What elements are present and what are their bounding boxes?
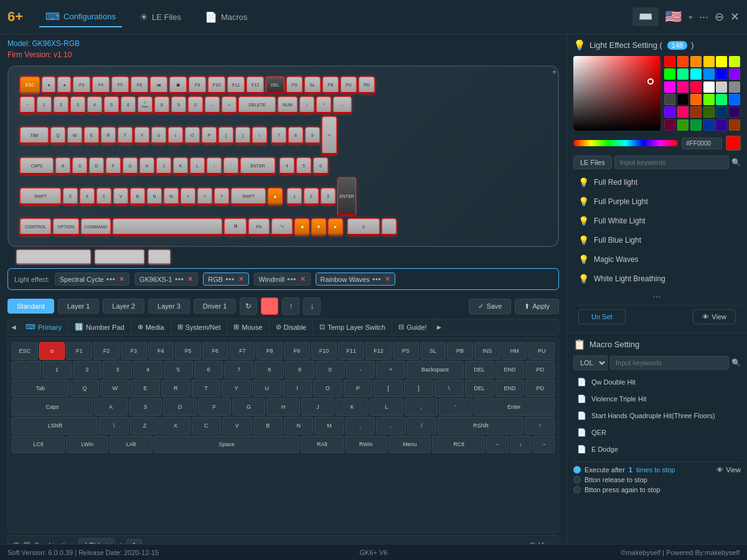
key-pd[interactable]: PD [359, 77, 375, 94]
key-r[interactable]: R [101, 127, 116, 144]
key-lshift[interactable]: SHIFT [20, 188, 61, 205]
vk-del2[interactable]: DEL [465, 380, 494, 397]
key-l[interactable]: L [190, 157, 205, 175]
color-swatch[interactable] [716, 56, 727, 67]
key-minus[interactable]: - [205, 96, 220, 114]
vk-f10[interactable]: F10 [311, 342, 337, 360]
vk-up[interactable]: ↑ [525, 417, 554, 434]
color-swatch[interactable] [729, 106, 740, 118]
vk-r[interactable]: R [161, 380, 190, 397]
color-swatch[interactable] [703, 106, 715, 118]
le-search-input[interactable] [614, 156, 729, 169]
key-s[interactable]: S [72, 157, 87, 175]
key-space[interactable] [113, 218, 222, 236]
vk-lwin[interactable]: LWin [66, 436, 108, 453]
download-button[interactable]: ↓ [303, 297, 321, 315]
vk-t[interactable]: T [192, 380, 221, 397]
vk-7[interactable]: 7 [224, 361, 253, 378]
key-k[interactable]: K [173, 157, 188, 175]
vk-f6[interactable]: F6 [202, 342, 228, 360]
add-profile-button[interactable]: + [688, 12, 693, 22]
key-num4[interactable]: 4 [280, 157, 294, 175]
vk-esc[interactable]: ESC [12, 342, 38, 360]
vk-period[interactable]: . [376, 417, 405, 434]
le-item-0[interactable]: 💡 Full Red light [573, 173, 741, 192]
macro-item-4[interactable]: 📄 E Dodge [573, 441, 741, 458]
effect-chip-rainbow[interactable]: Rainbow Waves ●●● ✕ [316, 273, 396, 286]
vk-x[interactable]: X [161, 417, 190, 434]
key-f5[interactable]: F5 [111, 77, 129, 94]
vk-a[interactable]: A [94, 398, 127, 416]
key-num7[interactable]: 7 [271, 127, 286, 144]
key-0[interactable]: 0 [188, 96, 203, 114]
key-sl[interactable]: SL [304, 77, 321, 94]
key-f12[interactable]: F12 [247, 77, 264, 94]
refresh-button[interactable]: ↻ [240, 297, 257, 315]
key-4[interactable]: 4 [87, 96, 102, 114]
vk-space[interactable]: Space [154, 436, 299, 453]
le-item-3[interactable]: 💡 Full Blue Light [573, 231, 741, 250]
color-swatch[interactable] [690, 106, 702, 118]
vk-o[interactable]: O [313, 380, 342, 397]
key-f11[interactable]: F11 [227, 77, 245, 94]
key-numminus[interactable]: - [333, 96, 352, 114]
key-6[interactable]: 6 [121, 96, 136, 114]
vk-plus[interactable]: + [376, 361, 405, 378]
vk-del[interactable]: DEL [465, 361, 494, 378]
color-swatch[interactable] [664, 94, 675, 105]
unset-button[interactable]: Un Set [578, 309, 626, 324]
color-swatch[interactable] [703, 68, 715, 80]
apply-button[interactable]: ⬆ Apply [515, 299, 559, 314]
color-indicator-button[interactable] [261, 297, 278, 315]
key-v[interactable]: V [113, 188, 128, 205]
vk-caps[interactable]: Caps [12, 398, 93, 416]
color-swatch[interactable] [716, 119, 727, 131]
color-swatch[interactable] [664, 119, 675, 131]
vk-3[interactable]: 3 [103, 361, 132, 378]
color-swatch[interactable] [716, 82, 727, 93]
key-n[interactable]: N [147, 188, 162, 205]
vk-f5[interactable]: F5 [175, 342, 201, 360]
func-guide[interactable]: ⊟ Guide! [392, 319, 433, 335]
vk-lctrl[interactable]: LCtl [12, 436, 65, 453]
extra-key-3[interactable] [148, 250, 171, 264]
key-9[interactable]: 9 [171, 96, 186, 114]
key-j[interactable]: J [156, 157, 171, 175]
key-caps[interactable]: CAPS [20, 157, 54, 175]
close-button[interactable]: ✕ [730, 10, 740, 24]
vk-minus[interactable]: - [346, 361, 375, 378]
key-f4[interactable]: F4 [92, 77, 110, 94]
color-swatch[interactable] [690, 56, 702, 67]
vk-down[interactable]: ↓ [510, 436, 532, 453]
color-swatch[interactable] [664, 68, 675, 80]
vk-end2[interactable]: END [496, 380, 525, 397]
vk-m[interactable]: M [314, 417, 344, 434]
color-swatch[interactable] [716, 106, 727, 118]
color-swatch[interactable] [716, 68, 727, 80]
vk-tilde[interactable]: ` [12, 361, 41, 378]
key-d[interactable]: D [89, 157, 104, 175]
hue-slider-container[interactable] [573, 140, 678, 146]
key-f9[interactable]: F9 [189, 77, 206, 94]
key-f7[interactable]: ⏮ [150, 77, 167, 94]
extra-key-2[interactable] [95, 250, 144, 264]
vk-w[interactable]: W [100, 380, 129, 397]
vk-esc2[interactable]: ⊙ [39, 342, 65, 360]
key-o[interactable]: O [185, 127, 200, 144]
key-num0[interactable]: 0 [347, 218, 380, 236]
vk-i[interactable]: I [283, 380, 312, 397]
vk-menu[interactable]: Menu [388, 436, 431, 453]
key-lctrl[interactable]: CONTROL [20, 218, 51, 236]
key-backspace[interactable]: DELETE [238, 96, 276, 114]
vk-tab[interactable]: Tab [12, 380, 69, 397]
vk-hm[interactable]: HM [502, 342, 528, 360]
vk-backslash[interactable]: \ [435, 380, 464, 397]
hex-input[interactable] [682, 138, 722, 149]
color-swatch[interactable] [729, 119, 740, 131]
chip-remove[interactable]: ✕ [300, 275, 306, 283]
color-swatch[interactable] [703, 119, 715, 131]
key-f6[interactable]: F6 [131, 77, 148, 94]
vk-rbracket[interactable]: ] [404, 380, 433, 397]
key-7[interactable]: 7mac [138, 96, 153, 114]
key-lopt[interactable]: OPTION [53, 218, 79, 236]
